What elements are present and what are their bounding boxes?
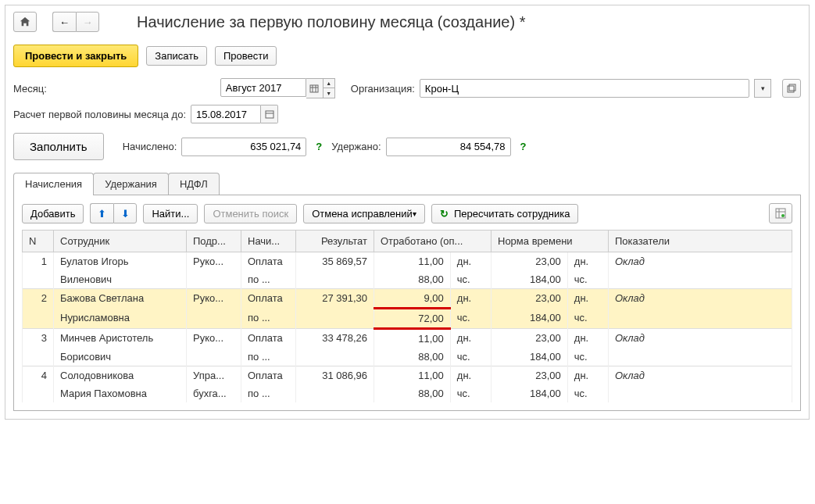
cell-hours-unit: чс. [450,309,491,329]
withheld-help[interactable]: ? [516,141,531,152]
recalc-label: Пересчитать сотрудника [454,208,570,220]
col-worked[interactable]: Отработано (оп... [374,231,492,252]
cell-days-unit: дн. [450,329,491,349]
org-label: Организация: [351,83,415,95]
save-button[interactable]: Записать [146,46,207,66]
cell-worked-days: 11,00 [374,252,451,271]
cell-employee: Бажова Светлана [54,289,187,309]
org-input[interactable] [420,79,749,98]
cell-worked-hours: 88,00 [374,384,451,402]
month-label: Месяц: [13,83,47,95]
svg-rect-4 [788,86,794,92]
accrued-label: Начислено: [123,141,177,152]
calc-date-calendar-button[interactable] [261,105,278,123]
recalc-button[interactable]: ↻ Пересчитать сотрудника [431,204,579,223]
cell-norm-days: 23,00 [492,329,568,349]
calendar-button[interactable] [306,78,323,98]
add-button[interactable]: Добавить [22,204,84,223]
withheld-input[interactable] [386,138,511,156]
cell-worked-days: 11,00 [374,366,451,385]
cell-employee-line2: Мария Пахомовна [54,384,187,402]
employees-grid[interactable]: N Сотрудник Подр... Начи... Результат От… [22,230,792,402]
cell-dept: Руко... [187,289,241,309]
cell-employee: Булатов Игорь [54,252,187,271]
submit-button[interactable]: Провести [215,46,277,66]
col-norm[interactable]: Норма времени [492,231,609,252]
back-button[interactable]: ← [52,12,76,32]
main-toolbar: Провести и закрыть Записать Провести [5,40,809,75]
accrued-help[interactable]: ? [311,141,327,152]
cell-dept: Упра... [187,366,241,385]
cell-norm-hours: 184,00 [492,348,568,366]
cell-indicator: Оклад [609,252,792,271]
cell-worked-hours: 88,00 [374,270,451,289]
col-employee[interactable]: Сотрудник [54,231,187,252]
table-row[interactable]: 4СолодовниковаУпра...Оплата31 086,9611,0… [23,366,792,385]
cell-worked-hours: 72,00 [374,309,451,329]
cell-employee-line2: Виленович [54,270,187,289]
cell-result: 33 478,26 [296,329,374,349]
grid-settings-button[interactable] [769,203,792,223]
cell-accrual: Оплата [241,366,296,385]
cell-accrual-line2: по ... [241,309,296,329]
col-indicators[interactable]: Показатели [609,231,792,252]
col-dept[interactable]: Подр... [187,231,241,252]
col-accrual[interactable]: Начи... [241,231,296,252]
cell-dept-line2 [187,348,241,366]
calc-date-input[interactable] [191,105,261,123]
cell-days-unit: дн. [567,366,608,385]
table-row[interactable]: 1Булатов ИгорьРуко...Оплата35 869,5711,0… [23,252,792,271]
cancel-corrections-button[interactable]: Отмена исправлений [303,204,425,223]
accrued-input[interactable] [181,138,306,156]
forward-button[interactable]: → [76,12,99,32]
table-row[interactable]: 2Бажова СветланаРуко...Оплата27 391,309,… [23,289,792,309]
refresh-icon: ↻ [440,208,449,220]
cell-accrual: Оплата [241,252,296,271]
cell-hours-unit: чс. [450,270,491,289]
org-dropdown-button[interactable]: ▾ [754,79,771,98]
cell-worked-hours: 88,00 [374,348,451,366]
org-open-button[interactable] [782,79,801,98]
cell-norm-hours: 184,00 [492,384,568,402]
cell-employee-line2: Нурисламовна [54,309,187,329]
table-settings-icon [775,208,786,219]
table-row[interactable]: 3Минчев АристотельРуко...Оплата33 478,26… [23,329,792,349]
table-row-sub[interactable]: Борисовичпо ...88,00чс.184,00чс. [23,348,792,366]
svg-rect-5 [789,84,795,91]
move-down-button[interactable]: ⬇ [113,203,137,223]
tabs: Начисления Удержания НДФЛ [13,173,801,195]
col-result[interactable]: Результат [296,231,374,252]
tab-withholdings[interactable]: Удержания [93,173,169,195]
find-button[interactable]: Найти... [143,204,198,223]
cell-norm-hours: 184,00 [492,309,568,329]
cell-days-unit: дн. [450,289,491,309]
table-row-sub[interactable]: Виленовичпо ...88,00чс.184,00чс. [23,270,792,289]
fill-button[interactable]: Заполнить [13,133,104,160]
cell-hours-unit: чс. [567,384,608,402]
cell-accrual-line2: по ... [241,348,296,366]
cell-accrual-line2: по ... [241,384,296,402]
table-row-sub[interactable]: Нурисламовнапо ...72,00чс.184,00чс. [23,309,792,329]
submit-close-button[interactable]: Провести и закрыть [13,45,138,67]
cell-days-unit: дн. [450,252,491,271]
move-up-button[interactable]: ⬆ [90,203,113,223]
cell-accrual: Оплата [241,329,296,349]
chevron-down-icon: ▾ [761,84,765,92]
table-header-row: N Сотрудник Подр... Начи... Результат От… [23,231,792,252]
popout-icon [787,84,796,93]
table-row-sub[interactable]: Мария Пахомовнабухга...по ...88,00чс.184… [23,384,792,402]
cell-result: 27 391,30 [296,289,374,309]
col-n[interactable]: N [23,231,54,252]
calc-date-group [191,105,278,123]
cancel-search-button[interactable]: Отменить поиск [204,204,297,223]
home-button[interactable] [13,12,37,32]
spin-down-icon[interactable]: ▼ [323,88,334,98]
cell-days-unit: дн. [567,252,608,271]
cell-indicator: Оклад [609,289,792,309]
month-spinner[interactable]: ▲ ▼ [323,78,335,98]
tab-ndfl[interactable]: НДФЛ [168,173,220,195]
spin-up-icon[interactable]: ▲ [323,79,334,88]
arrow-down-icon: ⬇ [121,208,130,220]
tab-accruals[interactable]: Начисления [13,173,94,195]
month-input[interactable] [220,78,306,97]
